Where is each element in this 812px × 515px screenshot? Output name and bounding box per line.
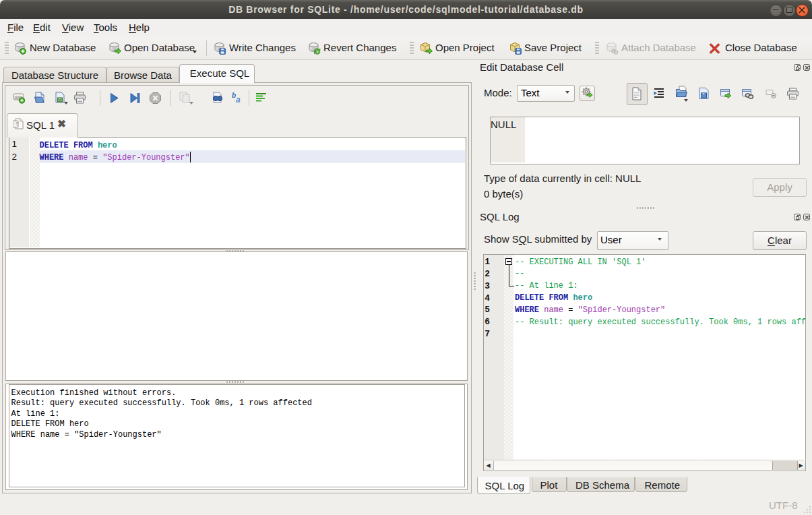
svg-text:a: a	[236, 95, 241, 104]
